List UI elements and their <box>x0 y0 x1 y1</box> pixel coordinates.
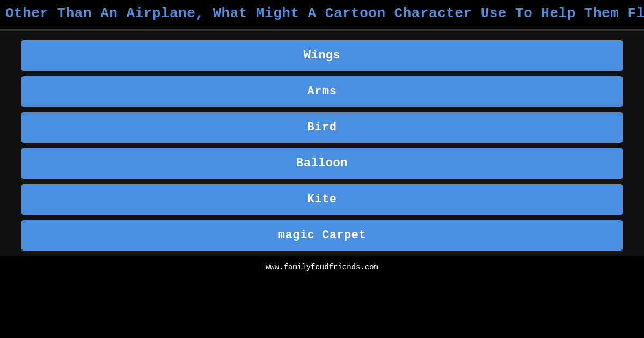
answer-button-2[interactable]: Arms <box>21 76 623 107</box>
answers-container: WingsArmsBirdBalloonKitemagic Carpet <box>0 31 644 256</box>
answer-button-4[interactable]: Balloon <box>21 148 623 179</box>
answer-button-3[interactable]: Bird <box>21 112 623 143</box>
answer-button-5[interactable]: Kite <box>21 184 623 215</box>
footer-url: www.familyfeudfriends.com <box>266 263 378 271</box>
footer: www.familyfeudfriends.com <box>0 258 644 276</box>
question-bar: Other Than An Airplane, What Might A Car… <box>0 0 644 31</box>
question-text: Other Than An Airplane, What Might A Car… <box>5 5 644 21</box>
answer-button-6[interactable]: magic Carpet <box>21 220 623 251</box>
answer-button-1[interactable]: Wings <box>21 40 623 71</box>
